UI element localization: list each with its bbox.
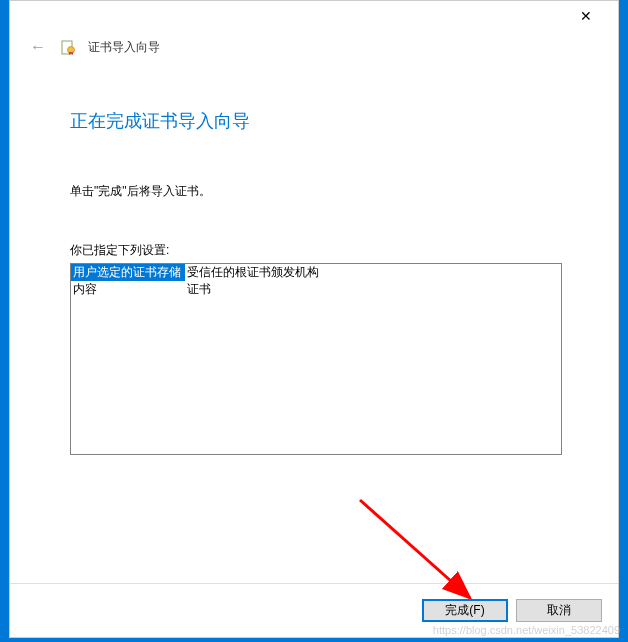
certificate-icon xyxy=(60,39,76,55)
setting-key: 内容 xyxy=(71,281,185,298)
close-button[interactable]: ✕ xyxy=(566,2,606,30)
certificate-import-wizard-dialog: ✕ ← 证书导入向导 正在完成证书导入向导 单击"完成"后将导入证书。 你已指定… xyxy=(9,0,619,638)
titlebar: ✕ xyxy=(10,1,618,31)
back-button[interactable]: ← xyxy=(28,37,48,57)
close-icon: ✕ xyxy=(580,8,592,24)
wizard-title: 证书导入向导 xyxy=(88,39,160,56)
cancel-button[interactable]: 取消 xyxy=(516,599,602,622)
setting-value: 受信任的根证书颁发机构 xyxy=(185,264,561,281)
setting-key: 用户选定的证书存储 xyxy=(71,264,185,281)
finish-button[interactable]: 完成(F) xyxy=(422,599,508,622)
wizard-header: ← 证书导入向导 xyxy=(10,31,618,63)
table-row[interactable]: 内容 证书 xyxy=(71,281,561,298)
wizard-footer: 完成(F) 取消 xyxy=(10,583,618,637)
back-arrow-icon: ← xyxy=(30,38,46,56)
page-heading: 正在完成证书导入向导 xyxy=(70,109,562,133)
setting-value: 证书 xyxy=(185,281,561,298)
instruction-text: 单击"完成"后将导入证书。 xyxy=(70,183,562,200)
table-row[interactable]: 用户选定的证书存储 受信任的根证书颁发机构 xyxy=(71,264,561,281)
wizard-content: 正在完成证书导入向导 单击"完成"后将导入证书。 你已指定下列设置: 用户选定的… xyxy=(10,63,618,583)
settings-label: 你已指定下列设置: xyxy=(70,242,562,259)
settings-table[interactable]: 用户选定的证书存储 受信任的根证书颁发机构 内容 证书 xyxy=(70,263,562,455)
